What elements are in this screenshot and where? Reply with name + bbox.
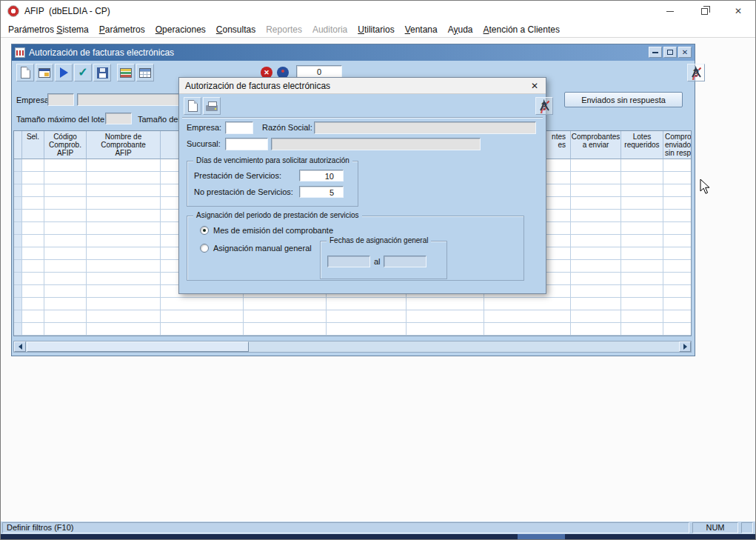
grid-cell: [14, 323, 22, 336]
vencimiento-group-title: Días de vencimiento para solicitar autor…: [193, 156, 352, 164]
child-close-button[interactable]: ✕: [678, 47, 692, 58]
dialog-empresa-field[interactable]: [225, 121, 253, 134]
no-prestacion-field[interactable]: 5: [299, 186, 344, 198]
grid-header-comprobantes: Comprobantes a enviar: [571, 131, 621, 159]
minimize-icon: [652, 52, 658, 53]
grid-cell: [663, 210, 692, 222]
radio-asignacion-manual[interactable]: Asignación manual general: [200, 244, 312, 253]
save-button[interactable]: [93, 64, 111, 81]
grid-cell: [87, 323, 161, 336]
grid-cell: [663, 298, 692, 310]
grid-cell: [407, 310, 484, 323]
close-icon: ✕: [735, 7, 742, 16]
al-label: al: [374, 257, 381, 266]
scroll-left-button[interactable]: [14, 341, 26, 352]
horizontal-scrollbar[interactable]: [13, 341, 692, 353]
run-button[interactable]: [55, 64, 73, 81]
empresa-code-field: [47, 93, 74, 106]
dialog-close-button[interactable]: ✕: [527, 79, 542, 93]
properties-button[interactable]: [36, 64, 53, 81]
menu-item-ventana[interactable]: Ventana: [400, 22, 443, 37]
grid-cell: [44, 222, 87, 235]
menu-item-consultas[interactable]: Consultas: [211, 22, 261, 37]
dialog-new-button[interactable]: [184, 97, 201, 115]
child-minimize-button[interactable]: [649, 47, 662, 58]
grid-cell: [663, 222, 692, 235]
grid-cell: [621, 323, 663, 336]
grid-cell: [663, 197, 692, 210]
fecha-desde-field: [327, 256, 370, 267]
grid-cell: [44, 323, 87, 336]
batch-button[interactable]: [117, 64, 135, 81]
grid-cell: [44, 184, 87, 197]
new-button[interactable]: [16, 64, 34, 81]
grid-cell: [484, 298, 571, 310]
menu-item-parametros[interactable]: Parámetros: [94, 22, 150, 37]
grid-cell: [571, 222, 621, 235]
sucursal-code-field[interactable]: [225, 138, 268, 150]
grid-cell: [571, 235, 621, 247]
grid-cell: [22, 159, 44, 172]
enviados-sin-respuesta-button[interactable]: Enviados sin respuesta: [564, 92, 683, 107]
razon-social-field: [314, 121, 536, 134]
menu-item-parametros-sistema[interactable]: Parámetros Sistema: [3, 22, 94, 37]
grid-cell: [22, 172, 44, 184]
table-row[interactable]: [14, 323, 691, 336]
scrollbar-thumb[interactable]: [27, 341, 249, 352]
exit-button[interactable]: [687, 64, 705, 81]
grid-cell: [87, 310, 161, 323]
grid-cell: [621, 273, 663, 285]
grid-header-lotes: Lotes requeridos: [621, 131, 663, 159]
dialog-empresa-label: Empresa:: [187, 123, 221, 132]
dialog-exit-button[interactable]: [535, 97, 553, 115]
fechas-group-title: Fechas de asignación general: [327, 236, 431, 244]
asignacion-group-title: Asignación del periodo de prestación de …: [193, 211, 362, 219]
table-row[interactable]: [14, 298, 691, 310]
grid-cell: [621, 247, 663, 260]
close-button[interactable]: ✕: [721, 1, 755, 21]
grid-cell: [14, 159, 22, 172]
grid-cell: [22, 197, 44, 210]
grid-cell: [87, 197, 161, 210]
grid-cell: [87, 172, 161, 184]
restore-button[interactable]: [687, 1, 721, 21]
child-title-bar[interactable]: Autorización de facturas electrónicas ✕: [12, 44, 695, 61]
grid-cell: [621, 184, 663, 197]
grid-cell: [663, 184, 692, 197]
grid-cell: [44, 247, 87, 260]
grid-button[interactable]: [136, 64, 154, 81]
menu-item-utilitarios[interactable]: Utilitarios: [352, 22, 399, 37]
grid-cell: [22, 310, 44, 323]
prestacion-field[interactable]: 10: [299, 170, 344, 181]
table-row[interactable]: [14, 310, 691, 323]
razon-social-label: Razón Social:: [262, 123, 312, 132]
minimize-icon: [666, 11, 674, 12]
grid-cell: [327, 298, 407, 310]
grid-cell: [327, 310, 407, 323]
confirm-button[interactable]: ✓: [74, 64, 92, 81]
dialog-print-button[interactable]: [203, 97, 221, 115]
grid-cell: [87, 247, 161, 260]
grid-cell: [14, 235, 22, 247]
radio-mes-emision[interactable]: Mes de emisión del comprobante: [200, 226, 333, 235]
radio-icon: [200, 244, 209, 253]
scroll-right-button[interactable]: [679, 341, 691, 352]
grid-cell: [621, 285, 663, 298]
menu-item-ayuda[interactable]: Ayuda: [443, 22, 478, 37]
grid-cell: [44, 159, 87, 172]
menu-item-atencion-a-clientes[interactable]: Atención a Clientes: [478, 22, 565, 37]
minimize-button[interactable]: [653, 1, 687, 21]
grid-cell: [571, 285, 621, 298]
grid-cell: [22, 210, 44, 222]
grid-cell: [14, 260, 22, 273]
vencimiento-group: Días de vencimiento para solicitar autor…: [187, 161, 358, 207]
grid-cell: [14, 210, 22, 222]
grid-cell: [663, 159, 692, 172]
tamano-del-label: Tamaño del: [138, 115, 180, 124]
grid-cell: [663, 247, 692, 260]
grid-cell: [22, 184, 44, 197]
dialog-title-bar[interactable]: Autorización de facturas electrónicas: [179, 78, 546, 94]
menu-item-operaciones[interactable]: Operaciones: [150, 22, 211, 37]
grid-cell: [327, 323, 407, 336]
child-maximize-button[interactable]: [663, 47, 677, 58]
